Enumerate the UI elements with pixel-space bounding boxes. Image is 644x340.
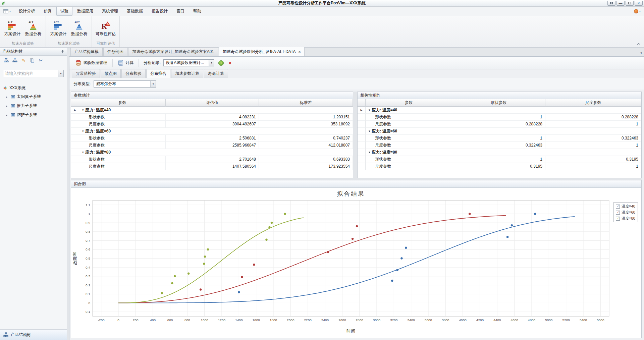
group-expander-icon[interactable]: ▾ xyxy=(369,151,370,154)
system-icon xyxy=(3,86,8,91)
group-expander-icon[interactable]: ▾ xyxy=(369,129,370,133)
tree-node-protection[interactable]: ▸ 防护子系统 xyxy=(2,110,65,119)
group-row[interactable]: ▶ ▾应力: 温度=40 xyxy=(71,107,353,114)
column-header[interactable]: 评估值 xyxy=(166,99,259,107)
calculate-button[interactable]: 计算 xyxy=(115,58,137,68)
table-row[interactable]: 尺度参数 3904.492607 353.18092 xyxy=(71,121,353,128)
menu-item-basic-data[interactable]: 基础数据 xyxy=(123,7,147,16)
group-expander-icon[interactable]: ▾ xyxy=(82,129,84,133)
reliability-evaluation-button[interactable]: R A 可靠性评估 xyxy=(95,19,117,38)
add-record-button[interactable]: + xyxy=(218,60,224,66)
subtab-acceleration-parameter[interactable]: 加速参数计算 xyxy=(171,69,203,78)
group-expander-icon[interactable]: ▾ xyxy=(82,151,84,154)
title-bar[interactable]: 产品可靠性设计分析工作平台PosVim—XXX系统 — × xyxy=(0,0,644,7)
subtab-distribution-fitting[interactable]: 分布拟合 xyxy=(146,69,170,78)
table-row[interactable]: 尺度参数 1407.580564 173.923554 xyxy=(71,163,353,170)
legend-item-t40[interactable]: ✓ 温度=40 xyxy=(616,204,635,209)
legend-item-t60[interactable]: ✓ 温度=60 xyxy=(616,210,635,215)
dropdown-button[interactable]: ▾ xyxy=(150,81,156,87)
tab-alt-data-analysis[interactable]: 加速寿命试验数据分析_设备A-ALT-DATA × xyxy=(219,47,305,56)
tab-product-structure-modeling[interactable]: 产品结构建模 xyxy=(70,47,103,56)
menu-item-simulation[interactable]: 仿真 xyxy=(40,7,56,16)
quick-launch-button[interactable]: ▾ xyxy=(2,8,12,14)
adt-plan-design-button[interactable]: ADT 方案设计 xyxy=(49,19,68,38)
tree-node-solar-wing[interactable]: ▸ 太阳翼子系统 xyxy=(2,92,65,101)
group-row[interactable]: ▾应力: 温度=60 xyxy=(71,128,353,135)
group-expander-icon[interactable]: ▾ xyxy=(369,108,370,112)
column-header[interactable]: 尺度参数 xyxy=(545,99,641,107)
table-row[interactable]: 形状参数 1 0.3195 xyxy=(358,156,641,163)
test-data-manage-button[interactable]: 试验数据管理 xyxy=(72,58,110,68)
tree-root-node[interactable]: XXX系统 xyxy=(2,84,65,92)
maximize-button[interactable] xyxy=(626,1,634,6)
cut-node-button[interactable]: ✂ xyxy=(38,57,44,63)
column-header[interactable]: 参数 xyxy=(79,99,166,107)
minimize-button[interactable]: — xyxy=(616,1,625,6)
group-expander-icon[interactable]: ▾ xyxy=(82,108,84,112)
layout-toggle-button[interactable] xyxy=(607,1,615,6)
group-row[interactable]: ▶ ▾应力: 温度=40 xyxy=(358,107,641,114)
selected-record: 设备A试验数据统计... xyxy=(164,60,209,66)
table-row[interactable]: 形状参数 4.082231 1.203151 xyxy=(71,114,353,121)
expander-icon[interactable]: ▸ xyxy=(6,113,9,117)
group-row[interactable]: ▾应力: 温度=80 xyxy=(358,149,641,156)
menu-item-help[interactable]: 帮助 xyxy=(189,7,205,16)
table-row[interactable]: 形状参数 2.506881 0.740237 xyxy=(71,135,353,142)
legend-checkbox[interactable]: ✓ xyxy=(616,211,620,215)
table-row[interactable]: 形状参数 1 0.288228 xyxy=(358,114,641,121)
legend-checkbox[interactable]: ✓ xyxy=(616,205,620,209)
close-tab-icon[interactable]: × xyxy=(298,50,301,54)
menu-item-design-analysis[interactable]: 设计分析 xyxy=(15,7,39,16)
group-row[interactable]: ▾应力: 温度=60 xyxy=(358,128,641,135)
tab-mission-profile[interactable]: 任务剖面 xyxy=(103,47,127,56)
cell-estimate: 2.701648 xyxy=(166,156,259,163)
table-row[interactable]: 尺度参数 0.322463 1 xyxy=(358,142,641,149)
column-header[interactable]: 参数 xyxy=(366,99,452,107)
skin-menu-button[interactable]: ▾ xyxy=(634,9,642,13)
subtab-scatter-plot[interactable]: 散点图 xyxy=(101,69,121,78)
menu-item-system-management[interactable]: 系统管理 xyxy=(98,7,122,16)
search-dropdown-button[interactable]: ▾ xyxy=(58,70,63,77)
delete-record-button[interactable]: × xyxy=(228,60,231,65)
expander-icon[interactable]: ▸ xyxy=(6,104,9,108)
alt-plan-design-button[interactable]: ALT 方案设计 xyxy=(3,19,22,38)
analysis-record-select[interactable]: 设备A试验数据统计... ▾ xyxy=(163,59,214,66)
distribution-type-select[interactable]: 威布尔分布 ▾ xyxy=(94,80,156,88)
svg-text:0.7: 0.7 xyxy=(86,239,90,242)
legend-item-t80[interactable]: ✓ 温度=80 xyxy=(616,216,635,221)
menu-item-report-design[interactable]: 报告设计 xyxy=(148,7,172,16)
collapse-tree-button[interactable] xyxy=(12,57,18,63)
tab-alt-plan-design[interactable]: 加速寿命试验方案设计_加速寿命试验方案A01 xyxy=(128,47,218,56)
panel-splitter[interactable] xyxy=(353,92,357,178)
table-row[interactable]: 形状参数 2.701648 0.693383 xyxy=(71,156,353,163)
subtab-outlier-check[interactable]: 异常值检验 xyxy=(72,69,100,78)
tree-node-thrust[interactable]: ▸ 推力子系统 xyxy=(2,101,65,110)
subtab-distribution-check[interactable]: 分布检验 xyxy=(121,69,146,78)
table-row[interactable]: 形状参数 1 0.322463 xyxy=(358,135,641,142)
menu-item-data-application[interactable]: 数据应用 xyxy=(73,7,97,16)
adt-data-analysis-button[interactable]: ADT 数据分析 xyxy=(69,19,89,38)
alt-data-analysis-button[interactable]: ALT 数据分析 xyxy=(23,19,43,38)
search-input[interactable] xyxy=(3,71,58,76)
collapse-ribbon-button[interactable] xyxy=(637,42,641,46)
menu-item-test[interactable]: 试验 xyxy=(56,7,72,16)
column-header[interactable]: 形状参数 xyxy=(452,99,545,107)
table-row[interactable]: 尺度参数 2585.966847 412.018807 xyxy=(71,142,353,149)
dropdown-button[interactable]: ▾ xyxy=(209,60,214,66)
expander-icon[interactable]: ▸ xyxy=(6,95,9,99)
menu-item-window[interactable]: 窗口 xyxy=(172,7,189,16)
table-row[interactable]: 尺度参数 0.3195 1 xyxy=(358,163,641,170)
edit-node-button[interactable]: ✎ xyxy=(20,57,26,63)
product-structure-tree-tab[interactable]: 产品结构树 xyxy=(0,330,67,340)
tab-list-dropdown-button[interactable]: ▾ xyxy=(640,51,642,55)
group-row[interactable]: ▾应力: 温度=80 xyxy=(71,149,353,156)
legend-checkbox[interactable]: ✓ xyxy=(616,217,620,221)
column-header[interactable]: 标准差 xyxy=(259,99,353,107)
expand-tree-button[interactable] xyxy=(3,57,9,63)
table-row[interactable]: 尺度参数 0.288228 1 xyxy=(358,121,641,128)
pin-icon[interactable] xyxy=(61,50,64,54)
copy-node-button[interactable] xyxy=(29,57,35,63)
subtab-life-calculation[interactable]: 寿命计算 xyxy=(204,69,228,78)
close-button[interactable]: × xyxy=(635,1,643,6)
distribution-type-row: 分布类型: 威布尔分布 ▾ xyxy=(69,78,644,90)
